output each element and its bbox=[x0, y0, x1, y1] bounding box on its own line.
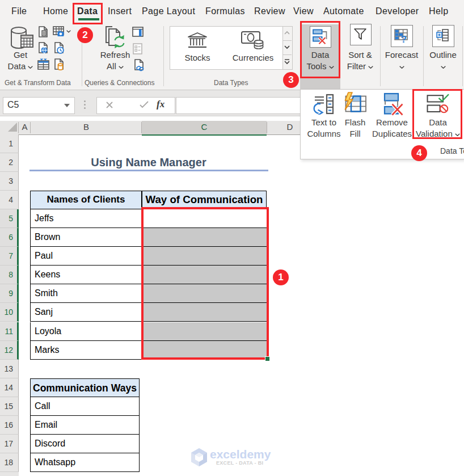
svg-text:?: ? bbox=[401, 34, 407, 43]
